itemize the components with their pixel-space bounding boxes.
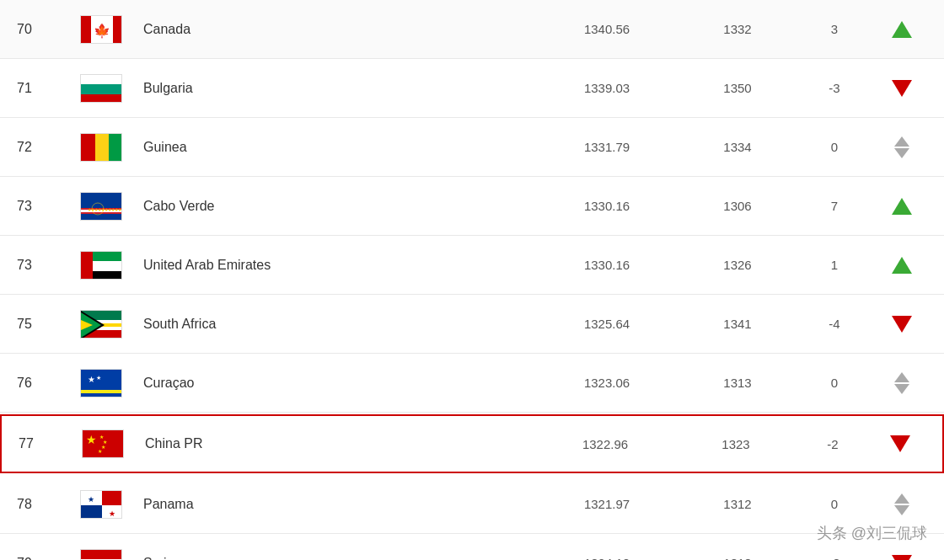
- prev-points-cell: 1312: [683, 497, 792, 511]
- change-cell: -2: [791, 437, 875, 451]
- svg-text:★: ★: [96, 375, 101, 381]
- trend-cell: [877, 555, 927, 561]
- rank-cell: 73: [17, 258, 67, 273]
- prev-points-cell: 1334: [683, 140, 792, 154]
- svg-rect-40: [81, 505, 102, 519]
- points-cell: 1340.56: [531, 22, 683, 36]
- svg-rect-0: [81, 16, 91, 44]
- up-arrow-icon: [892, 257, 912, 274]
- flag-cell: ★★★★★★★★★★: [67, 192, 135, 221]
- rank-cell: 76: [17, 376, 67, 391]
- rank-cell: 75: [17, 317, 67, 332]
- svg-rect-2: [113, 16, 122, 44]
- table-row: 73 United Arab Emirates1330.1613261: [0, 236, 944, 295]
- svg-rect-44: [81, 550, 122, 559]
- svg-text:🍁: 🍁: [94, 23, 110, 39]
- up-arrow-icon: [892, 21, 912, 38]
- svg-rect-4: [81, 75, 122, 84]
- change-cell: 3: [792, 22, 877, 36]
- prev-points-cell: 1350: [683, 81, 792, 95]
- country-name[interactable]: Guinea: [135, 140, 531, 155]
- change-cell: 0: [792, 376, 877, 390]
- change-cell: 1: [792, 258, 877, 272]
- rank-cell: 79: [17, 556, 67, 561]
- neutral-arrow-icon: [894, 372, 909, 394]
- change-cell: 7: [792, 199, 877, 213]
- svg-rect-7: [81, 134, 95, 162]
- country-name[interactable]: Panama: [135, 497, 531, 512]
- country-name[interactable]: Syria: [135, 556, 531, 561]
- points-cell: 1322.96: [529, 437, 681, 451]
- flag-cell: [67, 310, 135, 339]
- country-name[interactable]: South Africa: [135, 317, 531, 332]
- change-cell: 0: [792, 140, 877, 154]
- country-name[interactable]: Bulgaria: [135, 81, 531, 96]
- svg-rect-39: [102, 491, 122, 505]
- change-cell: -3: [792, 556, 877, 560]
- points-cell: 1330.16: [531, 258, 683, 272]
- up-arrow-icon: [892, 198, 912, 215]
- country-name[interactable]: Curaçao: [135, 376, 531, 391]
- svg-text:★: ★: [88, 375, 95, 384]
- svg-text:★: ★: [88, 495, 94, 504]
- prev-points-cell: 1341: [683, 317, 792, 331]
- trend-cell: [877, 372, 927, 394]
- table-row: 77 ★ ★ ★ ★ ★ China PR1322.961323-2: [0, 414, 944, 473]
- rank-cell: 72: [17, 140, 67, 155]
- table-row: 75 South Africa1325.641341-4: [0, 295, 944, 354]
- svg-rect-8: [95, 134, 109, 162]
- flag-cell: ★ ★: [67, 369, 135, 397]
- prev-points-cell: 1326: [683, 258, 792, 272]
- trend-cell: [877, 80, 927, 97]
- svg-text:★: ★: [86, 433, 97, 446]
- rank-cell: 73: [17, 199, 67, 214]
- down-arrow-icon: [892, 555, 912, 561]
- change-cell: 0: [792, 497, 877, 511]
- svg-rect-13: [81, 212, 122, 214]
- change-cell: -4: [792, 317, 877, 331]
- table-row: 70 🍁 Canada1340.5613323: [0, 0, 944, 59]
- country-name[interactable]: Canada: [135, 22, 531, 37]
- trend-cell: [877, 493, 927, 515]
- flag-cell: [67, 74, 135, 103]
- table-row: 78 ★ ★ Panama1321.9713120: [0, 475, 944, 534]
- table-row: 71 Bulgaria1339.031350-3: [0, 59, 944, 118]
- change-cell: -3: [792, 81, 877, 95]
- prev-points-cell: 1323: [681, 437, 791, 451]
- neutral-arrow-icon: [894, 493, 909, 515]
- trend-cell: [877, 316, 927, 333]
- prev-points-cell: 1313: [683, 376, 792, 390]
- trend-cell: [875, 435, 925, 452]
- flag-cell: ★ ★: [67, 490, 135, 519]
- points-cell: 1331.79: [531, 140, 683, 154]
- points-cell: 1323.06: [531, 376, 683, 390]
- rank-cell: 70: [17, 22, 67, 37]
- points-cell: 1339.03: [531, 81, 683, 95]
- rank-cell: 77: [19, 436, 69, 451]
- down-arrow-icon: [892, 80, 912, 97]
- svg-rect-29: [81, 390, 122, 393]
- table-row: 72 Guinea1331.7913340: [0, 118, 944, 177]
- svg-rect-6: [81, 94, 122, 103]
- rank-cell: 71: [17, 81, 67, 96]
- table-row: 76 ★ ★ Curaçao1323.0613130: [0, 354, 944, 413]
- down-arrow-icon: [892, 316, 912, 333]
- flag-cell: 🍁: [67, 15, 135, 44]
- trend-cell: [877, 136, 927, 158]
- prev-points-cell: 1306: [683, 199, 792, 213]
- points-cell: 1325.64: [531, 317, 683, 331]
- prev-points-cell: 1332: [683, 22, 792, 36]
- points-cell: 1321.97: [531, 497, 683, 511]
- svg-text:★: ★: [98, 449, 102, 454]
- svg-text:★: ★: [109, 509, 115, 518]
- flag-cell: ★ ★: [67, 549, 135, 561]
- country-name[interactable]: Cabo Verde: [135, 199, 531, 214]
- points-cell: 1330.16: [531, 199, 683, 213]
- country-name[interactable]: United Arab Emirates: [135, 258, 531, 273]
- country-name[interactable]: China PR: [137, 436, 529, 451]
- points-cell: 1304.12: [531, 556, 683, 560]
- svg-rect-5: [81, 84, 122, 94]
- rank-cell: 78: [17, 497, 67, 512]
- flag-cell: [67, 251, 135, 280]
- trend-cell: [877, 198, 927, 215]
